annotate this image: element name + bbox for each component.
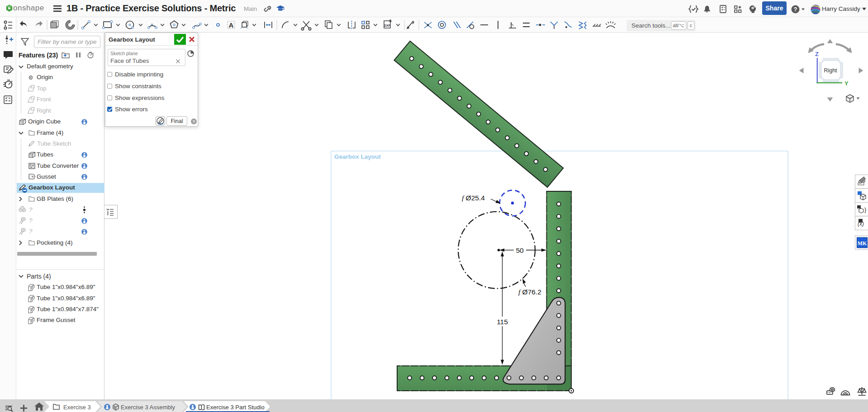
- svg-text:Z: Z: [815, 51, 819, 57]
- svg-text:MK: MK: [858, 240, 867, 246]
- svg-text:Gearbox Layout: Gearbox Layout: [334, 153, 381, 160]
- svg-text:f Ø76.2: f Ø76.2: [518, 288, 541, 296]
- svg-text:Right: Right: [824, 67, 837, 74]
- svg-text:A: A: [229, 21, 234, 29]
- svg-text:DXF: DXF: [384, 24, 391, 27]
- svg-text:?: ?: [794, 6, 797, 13]
- svg-text:alt/⌥: alt/⌥: [673, 23, 684, 28]
- svg-text:Search tools...: Search tools...: [631, 22, 670, 29]
- svg-text:}: }: [864, 206, 867, 213]
- svg-text:c: c: [690, 23, 692, 28]
- svg-text:Y: Y: [844, 80, 849, 87]
- svg-text:115: 115: [497, 318, 508, 326]
- svg-text:f Ø25.4: f Ø25.4: [462, 194, 485, 202]
- svg-text:(x): (x): [858, 221, 864, 227]
- svg-text:50: 50: [516, 246, 524, 254]
- svg-text:?: ?: [193, 119, 195, 124]
